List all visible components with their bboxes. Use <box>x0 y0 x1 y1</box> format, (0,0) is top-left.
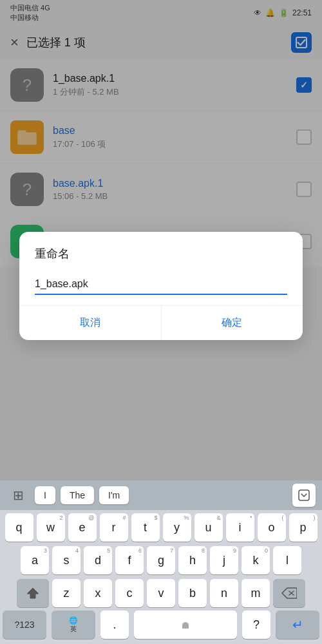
keyboard-toolbar: ⊞ I The I'm <box>0 480 322 510</box>
shift-key[interactable] <box>17 579 49 607</box>
key-q[interactable]: q <box>5 513 33 542</box>
key-b[interactable]: b <box>178 579 207 607</box>
keyboard-hide-button[interactable] <box>292 484 316 507</box>
keyboard-word2[interactable]: The <box>61 486 94 504</box>
key-r[interactable]: #r <box>100 513 128 542</box>
key-m[interactable]: m <box>242 579 270 607</box>
key-j[interactable]: 9j <box>210 546 238 574</box>
language-key[interactable]: 🌐 英 <box>52 611 95 639</box>
keyboard-word3[interactable]: I'm <box>99 486 129 504</box>
keyboard-word1[interactable]: I <box>35 486 55 504</box>
key-u[interactable]: &u <box>194 513 223 542</box>
key-t[interactable]: $t <box>131 513 160 542</box>
keyboard-row-1: q 2w @e #r $t %y &u *i (o )p <box>0 510 322 543</box>
keyboard-grid-icon[interactable]: ⊞ <box>6 484 30 507</box>
delete-key[interactable] <box>273 579 305 607</box>
return-key[interactable]: ↵ <box>276 611 319 639</box>
question-key[interactable]: ? <box>242 611 270 639</box>
key-f[interactable]: 6f <box>115 546 144 574</box>
keyboard-row-3: z x c v b n m <box>0 576 322 609</box>
key-v[interactable]: v <box>147 579 175 607</box>
keyboard-row-2: 3a 4s 5d 6f 7g 8h 9j 0k l <box>0 543 322 576</box>
svg-marker-2 <box>27 588 39 598</box>
key-i[interactable]: *i <box>226 513 254 542</box>
num-switch-key[interactable]: ?123 <box>3 611 46 639</box>
key-h[interactable]: 8h <box>178 546 207 574</box>
rename-dialog: 重命名 取消 确定 <box>19 232 303 340</box>
keyboard: ⊞ I The I'm q 2w @e #r $t %y &u *i (o )p… <box>0 480 322 644</box>
keyboard-bottom-row: ?123 🌐 英 . ? ↵ <box>0 609 322 644</box>
confirm-button[interactable]: 确定 <box>162 306 303 340</box>
key-s[interactable]: 4s <box>52 546 80 574</box>
key-d[interactable]: 5d <box>84 546 112 574</box>
key-n[interactable]: n <box>210 579 238 607</box>
key-w[interactable]: 2w <box>37 513 65 542</box>
key-x[interactable]: x <box>84 579 112 607</box>
key-p[interactable]: )p <box>289 513 317 542</box>
svg-rect-1 <box>299 490 309 500</box>
svg-rect-6 <box>182 625 189 629</box>
dialog-actions: 取消 确定 <box>19 305 303 340</box>
key-y[interactable]: %y <box>163 513 191 542</box>
dialog-title: 重命名 <box>19 232 303 269</box>
key-c[interactable]: c <box>115 579 144 607</box>
key-o[interactable]: (o <box>258 513 286 542</box>
key-e[interactable]: @e <box>68 513 97 542</box>
space-key[interactable] <box>134 611 237 639</box>
key-z[interactable]: z <box>52 579 80 607</box>
key-l[interactable]: l <box>273 546 301 574</box>
key-g[interactable]: 7g <box>147 546 175 574</box>
key-k[interactable]: 0k <box>242 546 270 574</box>
dot-key[interactable]: . <box>100 611 129 639</box>
cancel-button[interactable]: 取消 <box>19 306 162 340</box>
rename-input[interactable] <box>35 274 287 295</box>
dialog-input-wrap <box>19 269 303 305</box>
key-a[interactable]: 3a <box>21 546 49 574</box>
